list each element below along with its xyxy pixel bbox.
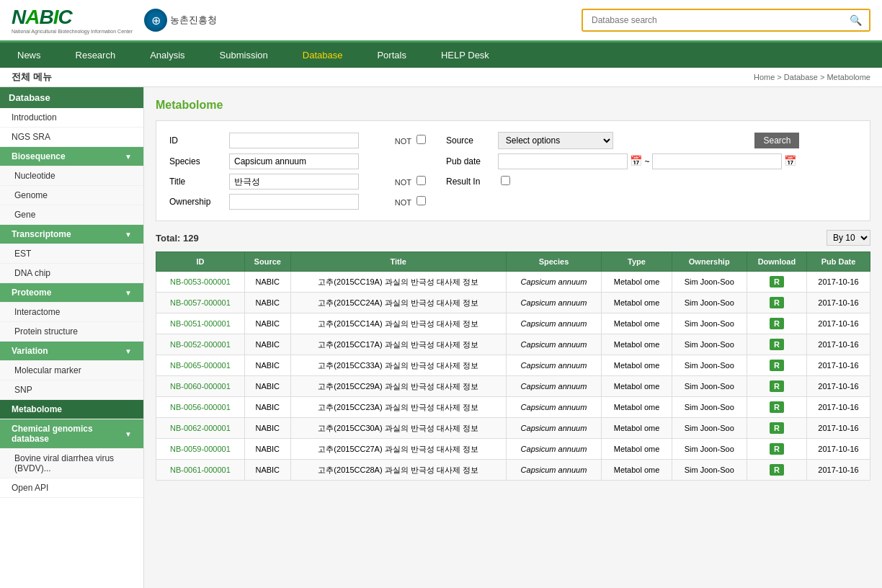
menu-title[interactable]: 전체 메뉴	[12, 71, 52, 84]
sidebar-item-open-api[interactable]: Open API	[0, 478, 143, 498]
sidebar-item-variation[interactable]: Variation ▼	[0, 342, 143, 361]
cell-id[interactable]: NB-0060-000001	[156, 376, 245, 397]
not-checkbox-id[interactable]	[416, 135, 426, 144]
id-link[interactable]: NB-0062-000001	[170, 424, 231, 432]
cell-id[interactable]: NB-0059-000001	[156, 439, 245, 460]
cell-download[interactable]: R	[747, 376, 806, 397]
cell-source: NABIC	[244, 293, 290, 313]
id-link[interactable]: NB-0057-000001	[170, 298, 231, 307]
breadcrumb-bar: 전체 메뉴 Home > Database > Metabolome	[0, 68, 882, 87]
id-link[interactable]: NB-0051-000001	[170, 319, 231, 328]
cell-id[interactable]: NB-0057-000001	[156, 293, 245, 313]
cal-icon-to[interactable]: 📅	[784, 155, 796, 166]
download-button[interactable]: R	[770, 318, 784, 329]
id-link[interactable]: NB-0052-000001	[170, 340, 231, 349]
cell-id[interactable]: NB-0052-000001	[156, 334, 245, 355]
cell-id[interactable]: NB-0056-000001	[156, 397, 245, 418]
download-button[interactable]: R	[770, 464, 784, 476]
id-link[interactable]: NB-0060-000001	[170, 382, 231, 391]
id-link[interactable]: NB-0056-000001	[170, 403, 231, 411]
id-input[interactable]	[229, 133, 359, 148]
id-link[interactable]: NB-0059-000001	[170, 445, 231, 453]
cell-download[interactable]: R	[747, 397, 806, 418]
cell-type: Metabol ome	[602, 334, 672, 355]
nav-news[interactable]: News	[0, 43, 58, 68]
sidebar-item-dna-chip[interactable]: DNA chip	[0, 264, 143, 283]
sidebar-item-nucleotide[interactable]: Nucleotide	[0, 166, 143, 186]
cell-id[interactable]: NB-0061-000001	[156, 460, 245, 481]
cell-id[interactable]: NB-0051-000001	[156, 313, 245, 334]
sidebar-item-est[interactable]: EST	[0, 244, 143, 264]
search-button[interactable]: 🔍	[842, 10, 869, 30]
ownership-input[interactable]	[229, 194, 359, 210]
sidebar-item-chemical-genomics[interactable]: Chemical genomics database ▼	[0, 419, 143, 449]
result-in-checkbox[interactable]	[501, 176, 510, 185]
cell-type: Metabol ome	[602, 439, 672, 460]
proteome-arrow: ▼	[125, 289, 132, 297]
download-button[interactable]: R	[770, 297, 784, 308]
sidebar-item-genome[interactable]: Genome	[0, 186, 143, 205]
nav-helpdesk[interactable]: HELP Desk	[424, 43, 507, 68]
id-link[interactable]: NB-0061-000001	[170, 466, 231, 474]
id-link[interactable]: NB-0065-000001	[170, 361, 231, 370]
download-button[interactable]: R	[770, 380, 784, 392]
cell-download[interactable]: R	[747, 334, 806, 355]
ownership-label: Ownership	[165, 192, 225, 212]
pub-date-from[interactable]	[498, 153, 628, 169]
sidebar-item-molecular-marker[interactable]: Molecular marker	[0, 361, 143, 380]
cell-download[interactable]: R	[747, 418, 806, 439]
search-input[interactable]	[583, 11, 842, 30]
col-pub-date: Pub Date	[807, 252, 870, 272]
cell-title: 고추(2015CC28A) 과실의 반극성 대사제 정보	[290, 460, 506, 481]
sidebar-item-interactome[interactable]: Interactome	[0, 303, 143, 322]
cell-source: NABIC	[244, 355, 290, 376]
nav-submission[interactable]: Submission	[202, 43, 285, 68]
id-link[interactable]: NB-0053-000001	[170, 277, 231, 286]
title-input[interactable]	[229, 174, 359, 190]
sidebar-item-protein-structure[interactable]: Protein structure	[0, 322, 143, 342]
download-button[interactable]: R	[770, 401, 784, 413]
sidebar-item-transcriptome[interactable]: Transcriptome ▼	[0, 225, 143, 244]
nav-database[interactable]: Database	[285, 43, 360, 68]
download-button[interactable]: R	[770, 422, 784, 434]
sidebar-item-gene[interactable]: Gene	[0, 205, 143, 225]
cell-download[interactable]: R	[747, 272, 806, 293]
cal-icon-from[interactable]: 📅	[630, 155, 642, 166]
not-checkbox-ownership[interactable]	[416, 196, 426, 205]
sidebar-item-metabolome[interactable]: Metabolome	[0, 400, 143, 419]
cell-download[interactable]: R	[747, 439, 806, 460]
cell-title: 고추(2015CC30A) 과실의 반극성 대사제 정보	[290, 418, 506, 439]
search-box-wrap[interactable]: 🔍	[582, 9, 870, 32]
download-button[interactable]: R	[770, 276, 784, 288]
cell-pub-date: 2017-10-16	[807, 272, 870, 293]
cell-pub-date: 2017-10-16	[807, 334, 870, 355]
cell-ownership: Sim Joon-Soo	[672, 272, 747, 293]
cell-title: 고추(2015CC27A) 과실의 반극성 대사제 정보	[290, 439, 506, 460]
search-submit-button[interactable]: Search	[754, 133, 799, 148]
sidebar-item-biosequence[interactable]: Biosequence ▼	[0, 147, 143, 166]
sidebar-item-proteome[interactable]: Proteome ▼	[0, 283, 143, 303]
sidebar-item-snp[interactable]: SNP	[0, 380, 143, 400]
nav-portals[interactable]: Portals	[360, 43, 423, 68]
download-button[interactable]: R	[770, 339, 784, 350]
sidebar-item-ngs-sra[interactable]: NGS SRA	[0, 128, 143, 147]
cell-id[interactable]: NB-0062-000001	[156, 418, 245, 439]
species-input[interactable]	[229, 153, 359, 169]
cell-download[interactable]: R	[747, 355, 806, 376]
cell-ownership: Sim Joon-Soo	[672, 418, 747, 439]
download-button[interactable]: R	[770, 360, 784, 371]
cell-id[interactable]: NB-0065-000001	[156, 355, 245, 376]
cell-download[interactable]: R	[747, 293, 806, 313]
cell-id[interactable]: NB-0053-000001	[156, 272, 245, 293]
nav-research[interactable]: Research	[58, 43, 133, 68]
pub-date-to[interactable]	[652, 153, 782, 169]
not-checkbox-title[interactable]	[416, 176, 426, 185]
sidebar-item-introduction[interactable]: Introduction	[0, 108, 143, 128]
cell-download[interactable]: R	[747, 313, 806, 334]
sidebar-item-bovine[interactable]: Bovine viral diarrhea virus (BVDV)...	[0, 449, 143, 478]
cell-download[interactable]: R	[747, 460, 806, 481]
nav-analysis[interactable]: Analysis	[133, 43, 202, 68]
per-page-select[interactable]: By 10 By 20 By 50	[827, 230, 870, 246]
source-select[interactable]: Select options	[498, 132, 613, 149]
download-button[interactable]: R	[770, 443, 784, 455]
